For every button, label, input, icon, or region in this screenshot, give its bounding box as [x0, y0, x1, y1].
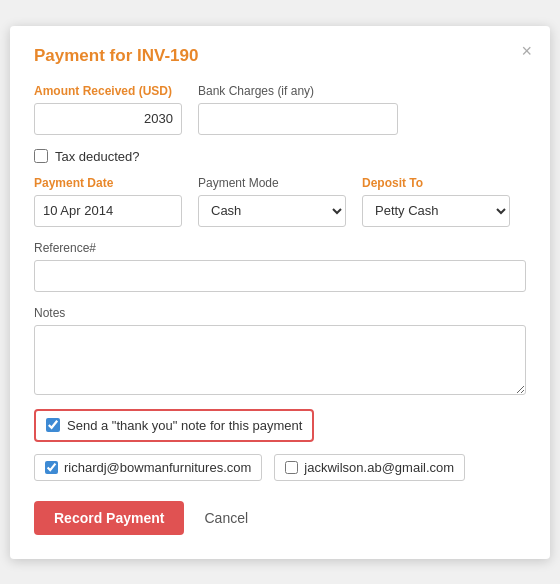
amount-group: Amount Received (USD) — [34, 84, 182, 135]
reference-group: Reference# — [34, 241, 526, 292]
amount-input[interactable] — [34, 103, 182, 135]
tax-label: Tax deducted? — [55, 149, 140, 164]
payment-mode-select[interactable]: Cash Check Credit Card Bank Transfer — [198, 195, 346, 227]
reference-label: Reference# — [34, 241, 526, 255]
email-item-1: richardj@bowmanfurnitures.com — [34, 454, 262, 481]
email-checkbox-1[interactable] — [45, 461, 58, 474]
email-row: richardj@bowmanfurnitures.com jackwilson… — [34, 454, 526, 481]
amount-bank-row: Amount Received (USD) Bank Charges (if a… — [34, 84, 526, 135]
invoice-id: INV-190 — [137, 46, 198, 65]
email-address-2: jackwilson.ab@gmail.com — [304, 460, 454, 475]
bank-charges-input[interactable] — [198, 103, 398, 135]
mode-label: Payment Mode — [198, 176, 346, 190]
cancel-button[interactable]: Cancel — [196, 501, 256, 535]
email-checkbox-2[interactable] — [285, 461, 298, 474]
thank-you-checkbox[interactable] — [46, 418, 60, 432]
deposit-to-select[interactable]: Petty Cash Checking Account Savings Acco… — [362, 195, 510, 227]
reference-input[interactable] — [34, 260, 526, 292]
bank-group: Bank Charges (if any) — [198, 84, 398, 135]
date-mode-deposit-row: Payment Date Payment Mode Cash Check Cre… — [34, 176, 526, 227]
email-address-1: richardj@bowmanfurnitures.com — [64, 460, 251, 475]
tax-checkbox[interactable] — [34, 149, 48, 163]
notes-group: Notes — [34, 306, 526, 395]
thank-you-box: Send a "thank you" note for this payment — [34, 409, 314, 442]
tax-row: Tax deducted? — [34, 149, 526, 164]
bank-label: Bank Charges (if any) — [198, 84, 398, 98]
deposit-label: Deposit To — [362, 176, 510, 190]
payment-modal: Payment for INV-190 × Amount Received (U… — [10, 26, 550, 559]
amount-label: Amount Received (USD) — [34, 84, 182, 98]
close-button[interactable]: × — [521, 42, 532, 60]
notes-label: Notes — [34, 306, 526, 320]
date-group: Payment Date — [34, 176, 182, 227]
thank-you-label: Send a "thank you" note for this payment — [67, 418, 302, 433]
mode-group: Payment Mode Cash Check Credit Card Bank… — [198, 176, 346, 227]
email-item-2: jackwilson.ab@gmail.com — [274, 454, 465, 481]
notes-textarea[interactable] — [34, 325, 526, 395]
modal-title: Payment for INV-190 — [34, 46, 526, 66]
date-label: Payment Date — [34, 176, 182, 190]
deposit-group: Deposit To Petty Cash Checking Account S… — [362, 176, 510, 227]
record-payment-button[interactable]: Record Payment — [34, 501, 184, 535]
title-prefix: Payment for — [34, 46, 137, 65]
button-row: Record Payment Cancel — [34, 501, 526, 535]
payment-date-input[interactable] — [34, 195, 182, 227]
